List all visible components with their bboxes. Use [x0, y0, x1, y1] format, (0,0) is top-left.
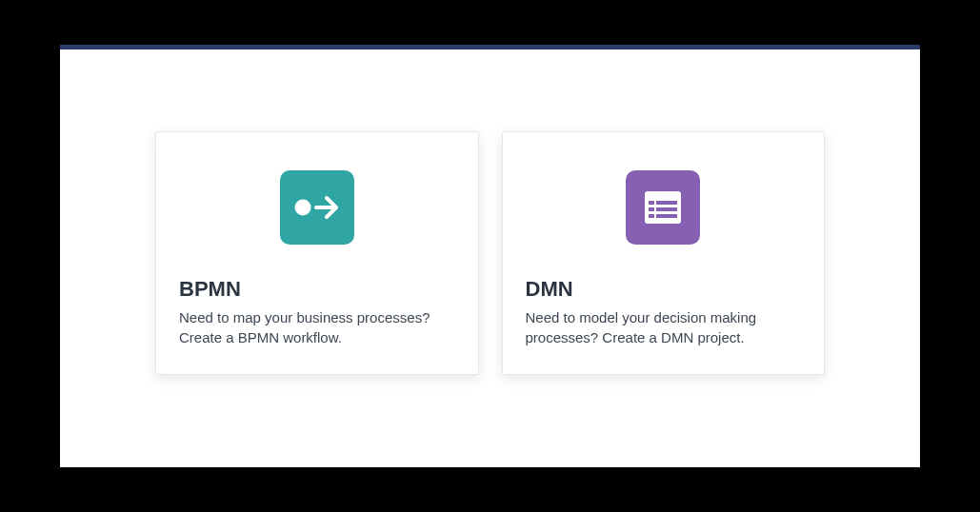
dmn-card[interactable]: DMN Need to model your decision making p…: [502, 131, 826, 375]
bpmn-workflow-icon: [280, 170, 354, 245]
svg-rect-5: [649, 207, 654, 211]
cards-row: BPMN Need to map your business processes…: [60, 49, 920, 375]
bpmn-title: BPMN: [179, 277, 455, 302]
dmn-description: Need to model your decision making proce…: [526, 307, 802, 347]
svg-rect-7: [649, 214, 654, 218]
bpmn-icon-wrap: [179, 155, 455, 260]
page-container: BPMN Need to map your business processes…: [60, 45, 920, 467]
svg-point-0: [294, 200, 310, 216]
bpmn-description: Need to map your business processes? Cre…: [179, 307, 455, 347]
svg-rect-8: [656, 214, 677, 218]
dmn-title: DMN: [526, 277, 802, 302]
bpmn-card[interactable]: BPMN Need to map your business processes…: [155, 131, 479, 375]
dmn-icon-wrap: [526, 155, 802, 260]
svg-rect-3: [649, 201, 654, 205]
svg-rect-4: [656, 201, 677, 205]
dmn-table-icon: [626, 170, 700, 245]
svg-rect-6: [656, 207, 677, 211]
